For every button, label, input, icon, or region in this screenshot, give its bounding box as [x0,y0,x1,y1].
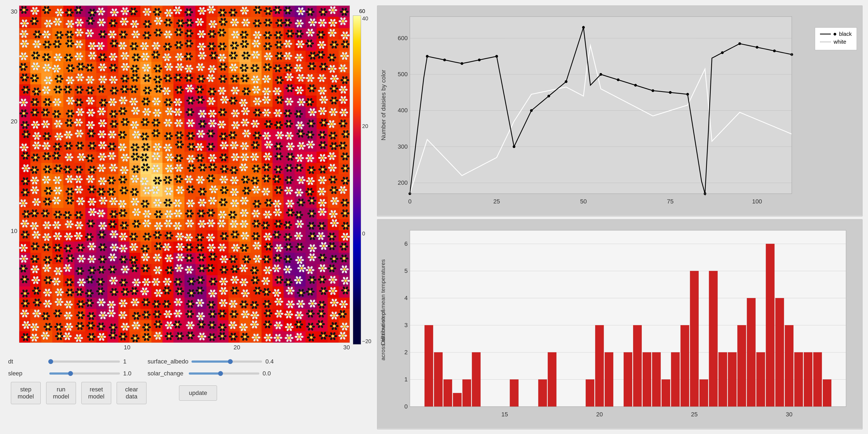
sliders-row-2: sleep 1.0 solar_change 0.0 [8,370,369,377]
colorbar-top-label: 60 [359,8,365,14]
solar-change-value: 0.0 [262,370,276,377]
y-label-20: 20 [5,118,18,125]
solar-change-fill [189,372,220,375]
colorbar [353,16,361,344]
solar-change-label: solar_change [148,370,186,377]
sleep-label: sleep [8,370,46,377]
solar-change-slider-group: solar_change 0.0 [148,370,276,377]
legend-black-label: black [839,31,852,37]
sliders-row-1: dt 1 surface_albedo 0.4 [8,358,369,365]
step-model-button[interactable]: stepmodel [11,382,41,404]
run-model-button[interactable]: runmodel [46,382,76,404]
dt-thumb[interactable] [48,359,53,364]
dt-track[interactable] [50,361,120,363]
dt-slider-group: dt 1 [8,358,137,365]
sleep-slider-group: sleep 1.0 [8,370,137,377]
solar-change-track[interactable] [189,372,259,375]
cb-label-0: 0 [362,230,371,237]
surface-albedo-track[interactable] [191,361,262,363]
heatmap-container: 30 20 10 10 20 30 60 40 20 [5,5,372,352]
x-label-20: 20 [234,344,240,352]
legend-white-line [820,41,831,42]
surface-albedo-thumb[interactable] [228,359,233,364]
histogram-canvas [377,219,862,428]
line-chart-canvas [377,6,862,215]
legend-black-line [820,34,831,34]
legend-white: white [820,39,852,45]
dt-value: 1 [123,358,137,365]
colorbar-labels: 40 20 0 −20 [362,16,371,344]
cb-label-40: 40 [362,16,371,22]
heatmap-grid [19,5,350,343]
clear-data-button[interactable]: cleardata [117,382,147,404]
x-label-0 [19,344,21,352]
surface-albedo-value: 0.4 [265,358,279,365]
dt-label: dt [8,358,46,365]
heatmap-main: 10 20 30 [19,5,350,352]
sleep-thumb[interactable] [68,371,73,376]
heatmap-xaxis: 10 20 30 [19,343,350,352]
x-label-10: 10 [124,344,130,352]
surface-albedo-label: surface_albedo [148,358,188,365]
heatmap-yaxis: 30 20 10 [5,5,19,352]
line-chart-box: black white [377,5,863,216]
y-label-30: 30 [5,8,18,15]
right-panel: black white [374,0,868,434]
surface-albedo-slider-group: surface_albedo 0.4 [148,358,279,365]
cb-label-20: 20 [362,123,371,129]
y-label-10: 10 [5,227,18,235]
legend-black: black [820,31,852,37]
solar-change-thumb[interactable] [218,371,223,376]
legend-box: black white [815,27,857,50]
buttons-row: stepmodel runmodel resetmodel cleardata … [8,382,369,404]
controls-area: dt 1 surface_albedo 0.4 sleep [5,352,372,429]
colorbar-container: 60 40 20 0 −20 [350,5,372,352]
y-label-0 [5,337,18,344]
histogram-box [377,219,863,429]
heatmap-canvas [19,6,350,343]
cb-label-neg20: −20 [362,338,371,344]
sleep-track[interactable] [50,372,120,375]
update-button[interactable]: update [179,385,217,401]
reset-model-button[interactable]: resetmodel [82,382,111,404]
legend-black-dot [834,33,836,35]
sleep-value: 1.0 [123,370,137,377]
surface-albedo-fill [191,361,230,363]
legend-white-label: white [834,39,846,45]
sleep-fill [50,372,70,375]
left-panel: 30 20 10 10 20 30 60 40 20 [0,0,374,434]
colorbar-with-labels: 40 20 0 −20 [353,16,371,344]
x-label-30: 30 [343,344,350,352]
